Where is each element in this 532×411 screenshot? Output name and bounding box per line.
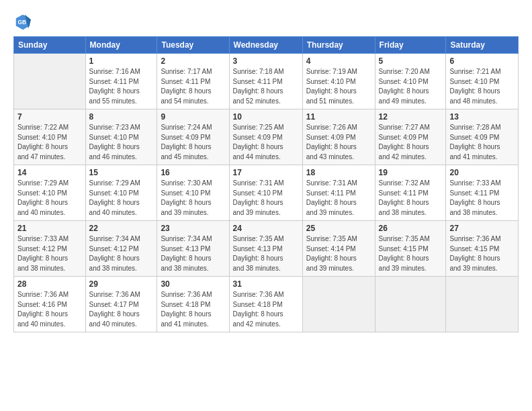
weekday-header-row: SundayMondayTuesdayWednesdayThursdayFrid…: [14, 37, 519, 54]
page: GB SundayMondayTuesdayWednesdayThursdayF…: [0, 0, 532, 411]
calendar-cell: 11Sunrise: 7:26 AM Sunset: 4:09 PM Dayli…: [302, 109, 375, 165]
calendar-cell: 23Sunrise: 7:34 AM Sunset: 4:13 PM Dayli…: [157, 221, 229, 277]
calendar-cell: 27Sunrise: 7:36 AM Sunset: 4:15 PM Dayli…: [446, 221, 519, 277]
calendar-cell: 26Sunrise: 7:35 AM Sunset: 4:15 PM Dayli…: [375, 221, 446, 277]
calendar-cell: 12Sunrise: 7:27 AM Sunset: 4:09 PM Dayli…: [375, 109, 446, 165]
day-number: 7: [17, 112, 82, 122]
day-number: 23: [161, 224, 225, 233]
calendar-week-row: 14Sunrise: 7:29 AM Sunset: 4:10 PM Dayli…: [14, 165, 519, 221]
day-number: 9: [161, 112, 225, 122]
day-info: Sunrise: 7:29 AM Sunset: 4:10 PM Dayligh…: [89, 179, 154, 218]
day-number: 25: [306, 224, 371, 233]
day-info: Sunrise: 7:16 AM Sunset: 4:11 PM Dayligh…: [89, 67, 154, 106]
day-number: 3: [233, 56, 299, 66]
calendar-cell: 7Sunrise: 7:22 AM Sunset: 4:10 PM Daylig…: [14, 109, 86, 165]
day-number: 12: [379, 112, 443, 122]
logo: GB: [13, 12, 35, 31]
calendar-cell: 21Sunrise: 7:33 AM Sunset: 4:12 PM Dayli…: [14, 221, 86, 277]
day-number: 28: [17, 279, 82, 289]
day-number: 1: [89, 56, 154, 66]
calendar-cell: 28Sunrise: 7:36 AM Sunset: 4:16 PM Dayli…: [14, 277, 86, 332]
day-info: Sunrise: 7:25 AM Sunset: 4:09 PM Dayligh…: [233, 123, 299, 162]
calendar-cell: 19Sunrise: 7:32 AM Sunset: 4:11 PM Dayli…: [375, 165, 446, 221]
day-info: Sunrise: 7:35 AM Sunset: 4:13 PM Dayligh…: [233, 234, 299, 273]
day-number: 26: [379, 224, 443, 233]
calendar-cell: 20Sunrise: 7:33 AM Sunset: 4:11 PM Dayli…: [446, 165, 519, 221]
day-info: Sunrise: 7:34 AM Sunset: 4:13 PM Dayligh…: [161, 234, 225, 273]
day-number: 19: [379, 168, 443, 177]
weekday-header-saturday: Saturday: [446, 37, 519, 54]
day-number: 6: [449, 56, 515, 66]
weekday-header-sunday: Sunday: [14, 37, 86, 54]
day-number: 31: [233, 279, 299, 289]
logo-icon: GB: [13, 12, 32, 31]
calendar-cell: 1Sunrise: 7:16 AM Sunset: 4:11 PM Daylig…: [85, 54, 157, 109]
day-number: 29: [89, 279, 154, 289]
calendar-cell: 31Sunrise: 7:36 AM Sunset: 4:18 PM Dayli…: [229, 277, 302, 332]
day-number: 22: [89, 224, 154, 233]
day-info: Sunrise: 7:31 AM Sunset: 4:10 PM Dayligh…: [233, 179, 299, 218]
calendar-cell: 4Sunrise: 7:19 AM Sunset: 4:10 PM Daylig…: [302, 54, 375, 109]
day-number: 20: [449, 168, 515, 177]
day-number: 15: [89, 168, 154, 177]
day-info: Sunrise: 7:24 AM Sunset: 4:09 PM Dayligh…: [161, 123, 225, 162]
header: GB: [13, 12, 519, 31]
calendar-week-row: 28Sunrise: 7:36 AM Sunset: 4:16 PM Dayli…: [14, 277, 519, 332]
day-info: Sunrise: 7:32 AM Sunset: 4:11 PM Dayligh…: [379, 179, 443, 218]
calendar-cell: 14Sunrise: 7:29 AM Sunset: 4:10 PM Dayli…: [14, 165, 86, 221]
day-number: 5: [379, 56, 443, 66]
day-info: Sunrise: 7:35 AM Sunset: 4:15 PM Dayligh…: [379, 234, 443, 273]
calendar-cell: [302, 277, 375, 332]
day-info: Sunrise: 7:26 AM Sunset: 4:09 PM Dayligh…: [306, 123, 371, 162]
day-info: Sunrise: 7:23 AM Sunset: 4:10 PM Dayligh…: [89, 123, 154, 162]
calendar-cell: 29Sunrise: 7:36 AM Sunset: 4:17 PM Dayli…: [85, 277, 157, 332]
calendar-cell: [446, 277, 519, 332]
day-info: Sunrise: 7:29 AM Sunset: 4:10 PM Dayligh…: [17, 179, 82, 218]
calendar-cell: [375, 277, 446, 332]
calendar-cell: 3Sunrise: 7:18 AM Sunset: 4:11 PM Daylig…: [229, 54, 302, 109]
day-info: Sunrise: 7:33 AM Sunset: 4:12 PM Dayligh…: [17, 234, 82, 273]
day-number: 14: [17, 168, 82, 177]
day-number: 27: [449, 224, 515, 233]
calendar-cell: 8Sunrise: 7:23 AM Sunset: 4:10 PM Daylig…: [85, 109, 157, 165]
calendar-cell: 17Sunrise: 7:31 AM Sunset: 4:10 PM Dayli…: [229, 165, 302, 221]
day-info: Sunrise: 7:33 AM Sunset: 4:11 PM Dayligh…: [449, 179, 515, 218]
day-number: 13: [449, 112, 515, 122]
day-info: Sunrise: 7:17 AM Sunset: 4:11 PM Dayligh…: [161, 67, 225, 106]
calendar-cell: 13Sunrise: 7:28 AM Sunset: 4:09 PM Dayli…: [446, 109, 519, 165]
day-info: Sunrise: 7:36 AM Sunset: 4:16 PM Dayligh…: [17, 290, 82, 329]
calendar-week-row: 1Sunrise: 7:16 AM Sunset: 4:11 PM Daylig…: [14, 54, 519, 109]
weekday-header-tuesday: Tuesday: [157, 37, 229, 54]
calendar-cell: 2Sunrise: 7:17 AM Sunset: 4:11 PM Daylig…: [157, 54, 229, 109]
day-info: Sunrise: 7:18 AM Sunset: 4:11 PM Dayligh…: [233, 67, 299, 106]
day-number: 17: [233, 168, 299, 177]
calendar-table: SundayMondayTuesdayWednesdayThursdayFrid…: [13, 36, 519, 332]
calendar-week-row: 7Sunrise: 7:22 AM Sunset: 4:10 PM Daylig…: [14, 109, 519, 165]
weekday-header-monday: Monday: [85, 37, 157, 54]
day-number: 8: [89, 112, 154, 122]
weekday-header-thursday: Thursday: [302, 37, 375, 54]
day-info: Sunrise: 7:34 AM Sunset: 4:12 PM Dayligh…: [89, 234, 154, 273]
calendar-cell: 10Sunrise: 7:25 AM Sunset: 4:09 PM Dayli…: [229, 109, 302, 165]
calendar-cell: 22Sunrise: 7:34 AM Sunset: 4:12 PM Dayli…: [85, 221, 157, 277]
day-number: 24: [233, 224, 299, 233]
calendar-cell: 25Sunrise: 7:35 AM Sunset: 4:14 PM Dayli…: [302, 221, 375, 277]
day-info: Sunrise: 7:31 AM Sunset: 4:11 PM Dayligh…: [306, 179, 371, 218]
calendar-cell: 15Sunrise: 7:29 AM Sunset: 4:10 PM Dayli…: [85, 165, 157, 221]
day-info: Sunrise: 7:30 AM Sunset: 4:10 PM Dayligh…: [161, 179, 225, 218]
day-info: Sunrise: 7:35 AM Sunset: 4:14 PM Dayligh…: [306, 234, 371, 273]
day-info: Sunrise: 7:19 AM Sunset: 4:10 PM Dayligh…: [306, 67, 371, 106]
day-number: 4: [306, 56, 371, 66]
weekday-header-friday: Friday: [375, 37, 446, 54]
calendar-cell: [14, 54, 86, 109]
calendar-cell: 18Sunrise: 7:31 AM Sunset: 4:11 PM Dayli…: [302, 165, 375, 221]
day-info: Sunrise: 7:21 AM Sunset: 4:10 PM Dayligh…: [449, 67, 515, 106]
day-info: Sunrise: 7:36 AM Sunset: 4:17 PM Dayligh…: [89, 290, 154, 329]
svg-text:GB: GB: [18, 19, 27, 26]
weekday-header-wednesday: Wednesday: [229, 37, 302, 54]
calendar-cell: 16Sunrise: 7:30 AM Sunset: 4:10 PM Dayli…: [157, 165, 229, 221]
day-info: Sunrise: 7:36 AM Sunset: 4:18 PM Dayligh…: [233, 290, 299, 329]
calendar-cell: 9Sunrise: 7:24 AM Sunset: 4:09 PM Daylig…: [157, 109, 229, 165]
day-number: 30: [161, 279, 225, 289]
day-info: Sunrise: 7:22 AM Sunset: 4:10 PM Dayligh…: [17, 123, 82, 162]
